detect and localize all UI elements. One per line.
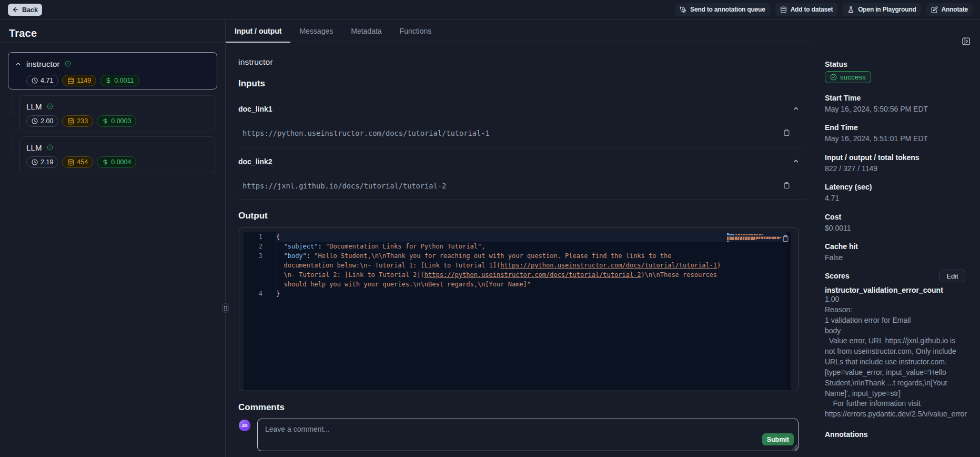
code-token: "Documentation Links for Python Tutorial… [326,243,485,250]
tab-messages[interactable]: Messages [290,20,342,42]
comment-input[interactable] [258,419,798,451]
code-token: https://python.useinstructor.com/docs/tu… [425,271,641,279]
code-line: documentation below:\n- Tutorial 1: [Lin… [244,261,791,270]
chevron-up-icon [792,105,800,114]
comments-heading: Comments [238,402,285,413]
code-token [276,281,284,288]
code-line: 4} [244,289,791,299]
stat-label: Cost [825,213,841,221]
stat-label: End Time [825,123,858,132]
run-title: instructor [238,57,273,67]
stat-value: May 16, 2024, 5:50:56 PM EDT [825,105,928,113]
database-icon [67,159,74,166]
code-token: documentation below:\n- Tutorial 1: [Lin… [284,262,500,269]
clock-icon [32,118,38,124]
trace-page: Back Send to annotation queueAdd to data… [0,0,980,457]
code-token: should help you with your queries.\n\nBe… [284,281,531,288]
cost-badge: 0.0003 [97,115,136,127]
latency-badge: 4.71 [26,75,58,86]
topbar-actions: Send to annotation queueAdd to datasetOp… [675,3,973,16]
code-token [276,252,284,260]
status-label: Status [825,60,847,68]
cost-badge: 0.0011 [100,75,139,86]
topbar-action-send-to-annotation-queue[interactable]: Send to annotation queue [675,3,770,16]
tree-connector [13,132,19,155]
trace-tree-panel: Trace instructor4.7111490.0011LLM2.00233… [0,20,225,457]
top-bar: Back Send to annotation queueAdd to data… [0,0,980,20]
code-token: "Hello Student,\n\nThank you for reachin… [314,252,671,260]
panel-right-icon [962,39,971,47]
output-code-editor[interactable]: 1{2 "subject": "Documentation Links for … [239,227,799,391]
tab-functions[interactable]: Functions [391,20,441,42]
code-token: } [276,290,280,297]
score-details: 1.00 Reason: 1 validation error for Emai… [825,294,976,420]
code-token: { [276,233,280,241]
code-area: 1{2 "subject": "Documentation Links for … [244,232,791,390]
user-avatar: JB [239,420,250,431]
collapse-doc-link2-button[interactable] [792,157,800,166]
minimap-segment [727,234,734,235]
comment-box: Submit [257,419,799,451]
inputs-heading: Inputs [238,78,265,89]
textarea-resize-grip[interactable] [792,444,797,450]
collapse-doc-link1-button[interactable] [792,105,800,113]
clipboard-icon [783,129,790,138]
tree-connector [13,90,19,114]
topbar-action-label: Add to dataset [791,6,833,13]
line-number: 2 [244,242,262,251]
tab-input-output[interactable]: Input / output [226,20,290,42]
stat-value: May 16, 2024, 5:51:01 PM EDT [825,134,928,143]
scores-label: Scores [825,272,850,280]
topbar-action-add-to-dataset[interactable]: Add to dataset [775,3,838,16]
dollar-icon [102,118,108,124]
line-number: 3 [244,251,262,261]
stat-label: Start Time [825,94,861,102]
clock-icon [32,77,38,84]
back-button-label: Back [22,6,38,14]
topbar-action-label: Annotate [942,6,968,13]
check-circle-icon [47,103,53,110]
edit-square-icon [931,6,938,13]
stat-label: Input / output / total tokens [825,153,920,162]
tokens-badge: 1149 [62,75,96,86]
minimap-segment [735,234,763,235]
check-circle-icon [65,61,71,67]
stat-label: Latency (sec) [825,183,872,191]
pen-tool-icon [680,6,686,13]
database-icon [780,6,787,13]
run-detail-tabs: Input / outputMessagesMetadataFunctions [226,20,813,42]
topbar-action-label: Open in Playground [858,6,916,13]
check-circle-icon [830,74,837,81]
field-divider [238,147,805,147]
topbar-action-open-in-playground[interactable]: Open in Playground [843,3,921,16]
line-number: 4 [244,289,262,299]
topbar-action-annotate[interactable]: Annotate [926,3,973,16]
copy-doc-link1-button[interactable] [782,129,791,137]
tab-metadata[interactable]: Metadata [342,20,390,42]
code-token: ) [717,262,721,269]
code-line: 2 "subject": "Documentation Links for Py… [244,242,791,251]
clock-icon [32,159,38,165]
submit-comment-button[interactable]: Submit [762,433,794,445]
dollar-icon [105,77,112,84]
code-token: "body" [284,252,306,260]
minimap-segment [727,239,756,240]
back-button[interactable]: Back [8,4,42,16]
database-icon [67,77,74,84]
edit-scores-button[interactable]: Edit [939,270,965,282]
copy-output-button[interactable] [781,235,790,243]
code-token: "subject" [284,243,318,250]
stat-value: 4.71 [825,194,839,202]
flask-icon [847,6,854,13]
field-label-doc-link1: doc_link1 [238,105,272,113]
collapse-panel-button[interactable] [961,37,971,46]
minimap-segment [727,241,730,242]
run-detail-panel: Input / outputMessagesMetadataFunctions … [226,20,813,457]
trace-node-llm-2[interactable]: LLM2.194540.0004 [19,136,216,173]
code-line: \n- Tutorial 2: [Link to Tutorial 2](htt… [244,270,791,280]
trace-node-llm-1[interactable]: LLM2.002330.0003 [19,95,216,132]
chevron-up-icon[interactable] [14,60,22,67]
copy-doc-link2-button[interactable] [782,182,791,190]
chevron-up-icon [792,157,800,166]
trace-node-instructor-0[interactable]: instructor4.7111490.0011 [8,52,217,90]
